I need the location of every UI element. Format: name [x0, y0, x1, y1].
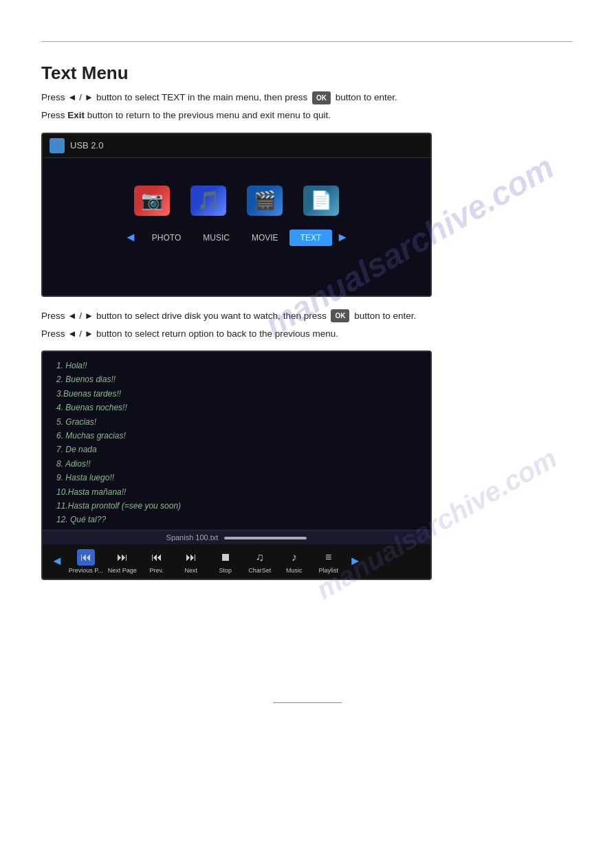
- media-icon-music: [190, 186, 226, 216]
- photo-icon: [134, 186, 170, 216]
- music-btn[interactable]: ♪ Music: [279, 549, 309, 574]
- screen1-container: USB 2.0 ◄ PHOTO MUSIC: [41, 133, 432, 297]
- ok-button-inline-1: OK: [312, 91, 331, 104]
- playback-nav-left[interactable]: ◄: [50, 554, 65, 568]
- media-icon-movie: [247, 186, 283, 216]
- screen1-content: ◄ PHOTO MUSIC MOVIE TEXT ►: [43, 158, 430, 296]
- list-item: 10.Hasta mañana!!: [56, 485, 417, 499]
- prev-btn[interactable]: ⏮ Prev.: [142, 549, 172, 574]
- list-item: 5. Gracias!: [56, 415, 417, 429]
- list-item: 7. De nada: [56, 443, 417, 456]
- charset-label: CharSet: [248, 567, 271, 574]
- playback-bar: ◄ ⏮ Previous P... ⏭ Next Page ⏮ Prev. ⏭ …: [43, 544, 430, 579]
- instruction-line-4: Press ◄ / ► button to select return opti…: [41, 327, 573, 341]
- movie-icon: [247, 186, 283, 216]
- previous-page-icon: ⏮: [77, 549, 95, 566]
- top-rule: [41, 41, 573, 42]
- next-btn[interactable]: ⏭ Next: [176, 549, 206, 574]
- next-page-icon: ⏭: [113, 549, 131, 566]
- usb-icon: [50, 138, 65, 153]
- list-item: 9. Hasta luego!!: [56, 471, 417, 485]
- stop-icon: ⏹: [217, 549, 234, 566]
- list-item: 8. Adios!!: [56, 457, 417, 471]
- next-page-btn[interactable]: ⏭ Next Page: [107, 549, 138, 574]
- next-page-label: Next Page: [108, 567, 137, 574]
- stop-label: Stop: [219, 567, 232, 574]
- playlist-label: Playlist: [318, 567, 338, 574]
- list-item: 1. Hola!!: [56, 359, 417, 372]
- previous-page-label: Previous P...: [69, 567, 103, 574]
- list-item: 12. Qué tal??: [56, 513, 417, 526]
- screen1-header: USB 2.0: [43, 134, 430, 157]
- music-icon: ♪: [288, 549, 300, 566]
- tab-movie[interactable]: MOVIE: [241, 230, 289, 246]
- charset-icon: ♫: [252, 549, 267, 566]
- list-item: 11.Hasta prontolf (=see you soon): [56, 499, 417, 513]
- nav-left-arrow[interactable]: ◄: [120, 230, 141, 245]
- stop-btn[interactable]: ⏹ Stop: [210, 549, 241, 574]
- next-label: Next: [184, 567, 197, 574]
- playback-nav-right[interactable]: ►: [348, 554, 363, 568]
- screen1-header-text: USB 2.0: [70, 140, 103, 151]
- playlist-icon: ≡: [322, 549, 335, 566]
- list-item: 2. Buenos dias!!: [56, 372, 417, 386]
- ok-button-inline-2: OK: [331, 309, 349, 322]
- section-title: Text Menu: [41, 63, 573, 84]
- list-item: 6. Muchas gracias!: [56, 429, 417, 443]
- previous-page-btn[interactable]: ⏮ Previous P...: [69, 549, 103, 574]
- instruction-line-2: Press Exit button to return to the previ…: [41, 109, 573, 122]
- charset-btn[interactable]: ♫ CharSet: [245, 549, 275, 574]
- music-label: Music: [286, 567, 303, 574]
- screen2-content: 1. Hola!! 2. Buenos dias!! 3.Buenas tard…: [43, 352, 430, 544]
- menu-nav-row: ◄ PHOTO MUSIC MOVIE TEXT ►: [120, 230, 353, 246]
- list-item: 4. Buenas noches!!: [56, 401, 417, 414]
- textfile-list: 1. Hola!! 2. Buenos dias!! 3.Buenas tard…: [43, 352, 430, 530]
- tab-music[interactable]: MUSIC: [192, 230, 241, 246]
- instruction-line-3: Press ◄ / ► button to select drive disk …: [41, 309, 573, 323]
- screen2-container: 1. Hola!! 2. Buenos dias!! 3.Buenas tard…: [41, 350, 432, 580]
- prev-label: Prev.: [150, 567, 164, 574]
- media-icon-text: [303, 186, 339, 216]
- bottom-rule: [273, 702, 342, 703]
- tab-photo[interactable]: PHOTO: [141, 230, 192, 246]
- tab-text[interactable]: TEXT: [289, 230, 333, 246]
- file-statusbar: Spanish 100.txt: [43, 530, 430, 544]
- prev-icon: ⏮: [148, 549, 166, 566]
- nav-right-arrow[interactable]: ►: [332, 230, 353, 245]
- next-icon: ⏭: [182, 549, 200, 566]
- instruction-line-1: Press ◄ / ► button to select TEXT in the…: [41, 91, 573, 104]
- media-icon-photo: [134, 186, 170, 216]
- playlist-btn[interactable]: ≡ Playlist: [314, 549, 344, 574]
- list-item: 3.Buenas tardes!!: [56, 387, 417, 401]
- text-icon: [303, 186, 339, 216]
- media-icons-row: [134, 186, 339, 216]
- file-progress-bar: [224, 537, 307, 539]
- music-icon: [190, 186, 226, 216]
